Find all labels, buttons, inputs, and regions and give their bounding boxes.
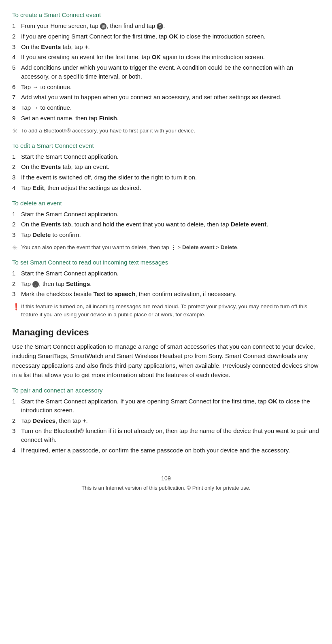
section-create-event: To create a Smart Connect event1From you… — [12, 11, 320, 135]
step-item: 1From your Home screen, tap ⊞, then find… — [12, 21, 320, 30]
step-number: 4 — [12, 446, 21, 455]
step-list-pair-accessory: 1Start the Smart Connect application. If… — [12, 397, 320, 455]
copyright-text: This is an Internet version of this publ… — [12, 485, 320, 491]
managing-title: Managing devices — [12, 327, 320, 338]
note-text: If this feature is turned on, all incomi… — [21, 303, 320, 318]
step-text: On the Events tab, touch and hold the ev… — [21, 220, 320, 229]
step-number: 4 — [12, 183, 21, 192]
step-item: 1Start the Smart Connect application. — [12, 269, 320, 278]
step-item: 6Tap → to continue. — [12, 83, 320, 92]
step-list-read-messages: 1Start the Smart Connect application.2Ta… — [12, 269, 320, 299]
step-text: Add conditions under which you want to t… — [21, 63, 320, 81]
step-item: 3Turn on the Bluetooth® function if it i… — [12, 426, 320, 444]
step-item: 1Start the Smart Connect application. If… — [12, 397, 320, 415]
step-text: Tap ⋮, then tap Settings. — [21, 279, 320, 288]
step-text: From your Home screen, tap ⊞, then find … — [21, 21, 320, 30]
step-item: 3Tap Delete to confirm. — [12, 230, 320, 239]
section-edit-event: To edit a Smart Connect event1Start the … — [12, 142, 320, 192]
step-number: 1 — [12, 210, 21, 219]
step-item: 2If you are opening Smart Connect for th… — [12, 32, 320, 41]
section-title-delete-event: To delete an event — [12, 200, 320, 207]
managing-devices-section: Managing devicesUse the Smart Connect ap… — [12, 327, 320, 380]
step-number: 7 — [12, 93, 21, 102]
step-list-delete-event: 1Start the Smart Connect application.2On… — [12, 210, 320, 239]
step-text: Start the Smart Connect application. — [21, 210, 320, 219]
step-item: 3If the event is switched off, drag the … — [12, 173, 320, 182]
step-text: Tap Edit, then adjust the settings as de… — [21, 183, 320, 192]
step-item: 2On the Events tab, tap an event. — [12, 162, 320, 171]
note-row: ❗If this feature is turned on, all incom… — [12, 303, 320, 318]
step-number: 3 — [12, 426, 21, 444]
step-number: 1 — [12, 397, 21, 415]
step-text: If you are creating an event for the fir… — [21, 53, 320, 62]
step-text: If required, enter a passcode, or confir… — [21, 446, 320, 455]
section-title-read-messages: To set Smart Connect to read out incomin… — [12, 259, 320, 266]
step-item: 7Add what you want to happen when you co… — [12, 93, 320, 102]
step-text: Add what you want to happen when you con… — [21, 93, 320, 102]
note-row: ✳To add a Bluetooth® accessory, you have… — [12, 127, 320, 135]
step-number: 3 — [12, 43, 21, 51]
step-number: 6 — [12, 83, 21, 92]
step-number: 3 — [12, 173, 21, 182]
step-text: Turn on the Bluetooth® function if it is… — [21, 426, 320, 444]
step-item: 2Tap Devices, then tap +. — [12, 416, 320, 425]
section-title-create-event: To create a Smart Connect event — [12, 11, 320, 18]
step-item: 8Tap → to continue. — [12, 103, 320, 112]
step-text: Tap → to continue. — [21, 103, 320, 112]
warning-icon: ❗ — [12, 303, 21, 311]
step-text: On the Events tab, tap an event. — [21, 162, 320, 171]
step-text: Mark the checkbox beside Text to speech,… — [21, 290, 320, 299]
step-number: 3 — [12, 290, 21, 299]
step-number: 8 — [12, 103, 21, 112]
step-item: 2On the Events tab, touch and hold the e… — [12, 220, 320, 229]
step-number: 2 — [12, 416, 21, 425]
step-number: 2 — [12, 32, 21, 41]
page-footer: 109 This is an Internet version of this … — [12, 475, 320, 491]
note-text: You can also open the event that you wan… — [21, 243, 320, 252]
step-text: If you are opening Smart Connect for the… — [21, 32, 320, 41]
section-pair-accessory: To pair and connect an accessory1Start t… — [12, 387, 320, 455]
step-number: 1 — [12, 269, 21, 278]
section-title-pair-accessory: To pair and connect an accessory — [12, 387, 320, 394]
step-number: 9 — [12, 114, 21, 123]
step-text: On the Events tab, tap +. — [21, 43, 320, 51]
step-text: Start the Smart Connect application. — [21, 269, 320, 278]
step-text: Tap Delete to confirm. — [21, 230, 320, 239]
page-number: 109 — [12, 475, 320, 482]
managing-body: Use the Smart Connect application to man… — [12, 342, 320, 380]
bulb-icon: ✳ — [12, 127, 21, 135]
step-text: Start the Smart Connect application. If … — [21, 397, 320, 415]
step-number: 2 — [12, 279, 21, 288]
step-text: If the event is switched off, drag the s… — [21, 173, 320, 182]
step-list-create-event: 1From your Home screen, tap ⊞, then find… — [12, 21, 320, 123]
note-text: To add a Bluetooth® accessory, you have … — [21, 127, 320, 135]
step-item: 5Add conditions under which you want to … — [12, 63, 320, 81]
step-number: 1 — [12, 152, 21, 161]
step-text: Set an event name, then tap Finish. — [21, 114, 320, 123]
section-read-messages: To set Smart Connect to read out incomin… — [12, 259, 320, 318]
step-item: 9Set an event name, then tap Finish. — [12, 114, 320, 123]
step-item: 4If you are creating an event for the fi… — [12, 53, 320, 62]
step-item: 1Start the Smart Connect application. — [12, 152, 320, 161]
step-number: 3 — [12, 230, 21, 239]
section-delete-event: To delete an event1Start the Smart Conne… — [12, 200, 320, 252]
step-text: Tap Devices, then tap +. — [21, 416, 320, 425]
step-text: Start the Smart Connect application. — [21, 152, 320, 161]
step-text: Tap → to continue. — [21, 83, 320, 92]
bulb-icon: ✳ — [12, 244, 21, 252]
step-list-edit-event: 1Start the Smart Connect application.2On… — [12, 152, 320, 192]
step-item: 2Tap ⋮, then tap Settings. — [12, 279, 320, 288]
step-number: 5 — [12, 63, 21, 81]
step-item: 4Tap Edit, then adjust the settings as d… — [12, 183, 320, 192]
step-number: 2 — [12, 162, 21, 171]
step-item: 4If required, enter a passcode, or confi… — [12, 446, 320, 455]
step-number: 4 — [12, 53, 21, 62]
section-title-edit-event: To edit a Smart Connect event — [12, 142, 320, 149]
step-number: 2 — [12, 220, 21, 229]
step-item: 1Start the Smart Connect application. — [12, 210, 320, 219]
note-row: ✳You can also open the event that you wa… — [12, 243, 320, 252]
step-item: 3On the Events tab, tap +. — [12, 43, 320, 51]
step-number: 1 — [12, 21, 21, 30]
step-item: 3Mark the checkbox beside Text to speech… — [12, 290, 320, 299]
